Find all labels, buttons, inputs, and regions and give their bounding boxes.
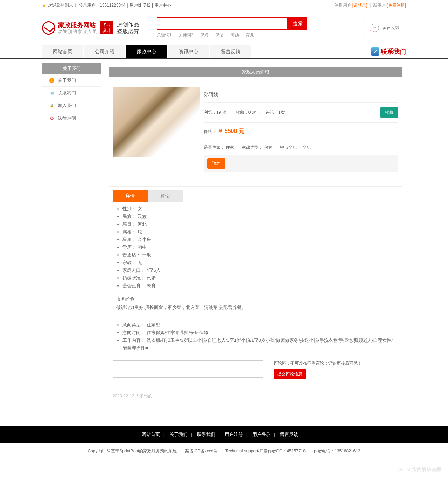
price-row: 价格： ￥ 5500 元 bbox=[204, 123, 398, 140]
list-item: 宗教： 无 bbox=[122, 259, 395, 267]
sidebar-item-about[interactable]: i 关于我们 bbox=[42, 74, 101, 86]
reg-user-label: 注册用户 bbox=[335, 3, 351, 8]
footer-link[interactable]: 关于我们 bbox=[169, 432, 188, 437]
login-user: 登录用户＝13511223344 bbox=[79, 0, 125, 10]
sidebar-title: 关于我们 bbox=[42, 63, 101, 74]
main-nav: 网站首页 公司介绍 家政中心 资讯中心 留言反馈 ✓ 联系我们 bbox=[0, 45, 448, 59]
list-item: 家庭人口： 4至5人 bbox=[122, 267, 395, 274]
register-link[interactable]: [免费注册] bbox=[387, 3, 406, 8]
search-box: 搜索 关键词1 关键词2 保姆 保洁 阿姨 育儿 bbox=[157, 17, 307, 38]
nav-news[interactable]: 资讯中心 bbox=[168, 45, 209, 58]
logo[interactable]: 家政服务网站 欢迎预约家政人员 毕业设计 原创作品 盗版必究 bbox=[42, 21, 139, 34]
logo-text: 家政服务网站 欢迎预约家政人员 bbox=[58, 22, 97, 34]
comment-entry: 2023-12-12 人不错的 bbox=[113, 393, 398, 399]
exp-title: 服务经验 bbox=[116, 296, 395, 302]
footer-link[interactable]: 联系我们 bbox=[197, 432, 215, 437]
nav-housekeeping[interactable]: 家政中心 bbox=[126, 45, 167, 58]
fav-value: 0 次 bbox=[248, 110, 256, 115]
content-panel: 家政人员介绍 孙阿姨 浏览： 19 次 | 收藏： 0 次 | 评论： 1次 收… bbox=[105, 63, 406, 409]
power-icon: ⏻ bbox=[49, 116, 54, 121]
user-center-link[interactable]: 用户中心 bbox=[154, 0, 171, 10]
lock-icon: 🔒 bbox=[49, 103, 54, 108]
check-icon: ✓ bbox=[371, 47, 379, 56]
content-title: 家政人员介绍 bbox=[109, 67, 402, 77]
list-item: 意向时间： 住家保姆/住家育儿师/夜班保姆 bbox=[122, 329, 395, 337]
list-item: 普通话： 一般 bbox=[122, 251, 395, 259]
tab-comment[interactable]: 评论 bbox=[148, 190, 183, 202]
intent-list: 意向类型： 住家型 意向时间： 住家保姆/住家育儿师/夜班保姆 工作内容： 洗衣… bbox=[116, 321, 395, 352]
author-phone: 作者电话：13516821613 bbox=[314, 449, 360, 453]
comment-right: 评论区，不可发布不当言论；评论审核后可见！ 提交评论信息 bbox=[274, 360, 398, 379]
nav-company[interactable]: 公司介绍 bbox=[84, 45, 125, 58]
list-item: 民族： 汉族 bbox=[122, 213, 395, 220]
keyword-link[interactable]: 关键词2 bbox=[178, 33, 194, 37]
contact-us[interactable]: ✓ 联系我们 bbox=[371, 47, 406, 56]
attr1-value: 住家 bbox=[226, 145, 234, 150]
comment-textarea[interactable] bbox=[113, 360, 263, 378]
tab-detail[interactable]: 详情 bbox=[113, 190, 148, 202]
star-icon: ★ bbox=[42, 0, 47, 10]
search-input[interactable] bbox=[157, 17, 288, 30]
nav-home[interactable]: 网站首页 bbox=[42, 45, 83, 58]
list-item: 婚姻状况： 已婚 bbox=[122, 274, 395, 282]
search-keywords: 关键词1 关键词2 保姆 保洁 阿姨 育儿 bbox=[157, 32, 307, 38]
list-item: 意向类型： 住家型 bbox=[122, 321, 395, 329]
sidebar-item-legal[interactable]: ⏻ 法律声明 bbox=[42, 112, 101, 124]
comment-tip: 评论区，不可发布不当言论；评论审核后可见！ bbox=[274, 360, 398, 366]
sidebar-item-contact[interactable]: ▤ 联系我们 bbox=[42, 86, 101, 99]
profile-photo bbox=[113, 87, 200, 157]
sidebar: 关于我们 i 关于我们 ▤ 联系我们 🔒 加入我们 ⏻ 法律声明 bbox=[42, 63, 102, 409]
site-title: 家政服务网站 bbox=[58, 22, 97, 29]
fav-label: 收藏： bbox=[236, 110, 248, 115]
logo-icon bbox=[42, 21, 55, 35]
keyword-link[interactable]: 保洁 bbox=[215, 33, 224, 37]
original-text: 原创作品 盗版必究 bbox=[117, 21, 139, 34]
doc-icon: ▤ bbox=[49, 91, 54, 96]
info-icon: i bbox=[49, 78, 54, 83]
person-name: 孙阿姨 bbox=[204, 87, 398, 103]
keyword-link[interactable]: 保姆 bbox=[200, 33, 209, 37]
sidebar-item-join[interactable]: 🔒 加入我们 bbox=[42, 99, 101, 112]
comment-value: 1次 bbox=[278, 110, 285, 115]
copy-text: Copyright © 基于SprintBoot的家政服务预约系统 bbox=[88, 449, 177, 453]
feedback-label: 留言反馈 bbox=[383, 25, 399, 31]
new-user-label: 新用户 bbox=[373, 3, 386, 8]
list-item: 学历： 初中 bbox=[122, 243, 395, 251]
footer-link[interactable]: 用户登录 bbox=[252, 432, 271, 437]
user-id: 用户id=742 bbox=[130, 0, 150, 10]
icp-text: 某省ICP备xxxx号 bbox=[185, 449, 217, 453]
tabs-panel: 详情 评论 性别： 女 民族： 汉族 籍贯： 河北 属相： 蛇 星座： 金牛座 … bbox=[109, 186, 402, 405]
price-label: 价格： bbox=[204, 129, 216, 134]
submit-comment-button[interactable]: 提交评论信息 bbox=[274, 369, 306, 379]
keyword-link[interactable]: 关键词1 bbox=[157, 33, 172, 37]
login-link[interactable]: [请登录] bbox=[352, 3, 368, 8]
search-button[interactable]: 搜索 bbox=[288, 17, 307, 30]
footer-link[interactable]: 用户注册 bbox=[225, 432, 243, 437]
comment-list: 2023-12-12 人不错的 bbox=[109, 393, 402, 403]
tab-header: 详情 评论 bbox=[109, 187, 402, 202]
book-button[interactable]: 预约 bbox=[207, 158, 225, 169]
welcome-text: 欢迎您的到来！ bbox=[48, 0, 77, 10]
keyword-link[interactable]: 育儿 bbox=[246, 33, 254, 37]
copyright: Copyright © 基于SprintBoot的家政服务预约系统 某省ICP备… bbox=[0, 443, 448, 460]
nav-feedback[interactable]: 留言反馈 bbox=[210, 45, 251, 58]
list-item: 籍贯： 河北 bbox=[122, 220, 395, 228]
footer: 网站首页| 关于我们| 联系我们| 用户注册| 用户登录| 留言反馈| bbox=[0, 426, 448, 443]
feedback-button[interactable]: 留言反馈 bbox=[364, 21, 406, 35]
tab-body: 性别： 女 民族： 汉族 籍贯： 河北 属相： 蛇 星座： 金牛座 学历： 初中… bbox=[109, 202, 402, 355]
views-label: 浏览： bbox=[204, 110, 216, 115]
favorite-button[interactable]: 收藏 bbox=[380, 107, 398, 118]
price-value: ￥ 5500 元 bbox=[217, 128, 244, 134]
attrs-row: 是否住家： 住家 | 家政类型： 保姆 | 钟点全职： 全职 bbox=[204, 140, 398, 155]
keyword-link[interactable]: 阿姨 bbox=[231, 33, 239, 37]
attr2-label: 家政类型： bbox=[242, 145, 263, 150]
profile-card: 孙阿姨 浏览： 19 次 | 收藏： 0 次 | 评论： 1次 收藏 价格： ￥… bbox=[109, 84, 402, 176]
topbar-left: ★ 欢迎您的到来！ 登录用户＝13511223344 | 用户id=742 | … bbox=[42, 0, 171, 10]
footer-link[interactable]: 网站首页 bbox=[142, 432, 160, 437]
footer-link[interactable]: 留言反馈 bbox=[280, 432, 298, 437]
list-item: 星座： 金牛座 bbox=[122, 236, 395, 243]
headset-icon bbox=[371, 24, 379, 32]
list-item: 性别： 女 bbox=[122, 205, 395, 213]
views-value: 19 次 bbox=[216, 110, 226, 115]
design-badge: 毕业设计 bbox=[100, 21, 113, 34]
